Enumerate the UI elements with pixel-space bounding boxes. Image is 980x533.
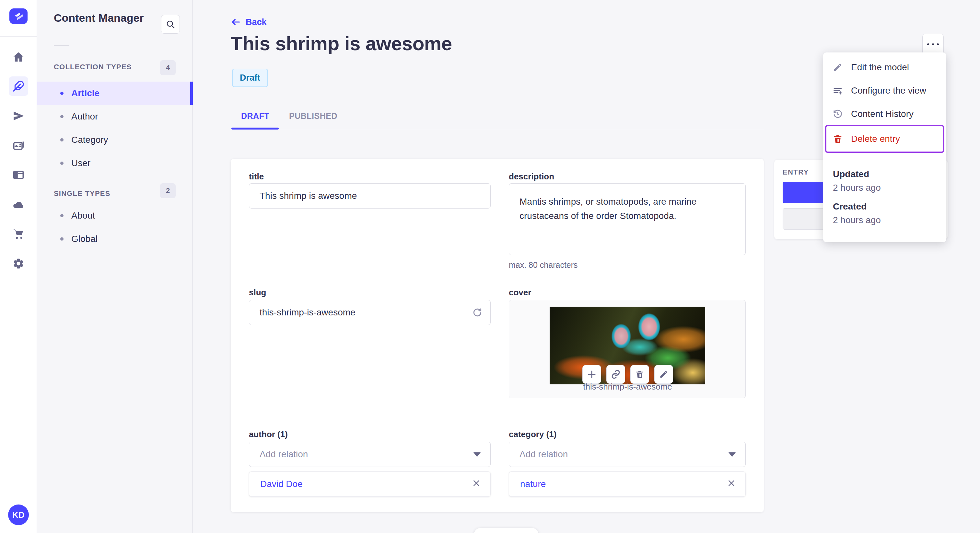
rail-divider bbox=[0, 36, 37, 36]
tab-published[interactable]: PUBLISHED bbox=[289, 111, 337, 121]
section-collection-types: COLLECTION TYPES bbox=[54, 63, 132, 71]
copy-link-button[interactable] bbox=[606, 365, 625, 384]
home-icon bbox=[13, 51, 24, 63]
collection-types-count-badge: 4 bbox=[160, 60, 176, 75]
more-actions-menu: Edit the model Configure the view Conten… bbox=[823, 52, 946, 242]
chevron-down-icon bbox=[729, 452, 736, 457]
title-input[interactable]: This shrimp is awesome bbox=[249, 183, 491, 209]
sidebar-title: Content Manager bbox=[54, 12, 144, 24]
sidebar-item-global[interactable]: Global bbox=[37, 227, 193, 251]
sidebar-item-marketplace[interactable] bbox=[9, 224, 28, 244]
entry-panel-title: ENTRY bbox=[783, 168, 809, 176]
active-tab-indicator bbox=[231, 128, 279, 130]
regenerate-slug-button[interactable] bbox=[472, 307, 482, 320]
gear-icon bbox=[12, 257, 25, 270]
refresh-icon bbox=[472, 307, 482, 318]
sidebar-item-label: User bbox=[71, 158, 91, 168]
sidebar-item-user[interactable]: User bbox=[37, 152, 193, 175]
add-asset-button[interactable] bbox=[582, 365, 601, 384]
sidebar-item-settings[interactable] bbox=[9, 254, 28, 273]
sidebar-item-content-type-builder[interactable] bbox=[9, 165, 28, 185]
sidebar-item-category[interactable]: Category bbox=[37, 128, 193, 152]
category-relation-placeholder: Add relation bbox=[520, 449, 568, 460]
status-badge: Draft bbox=[232, 69, 268, 87]
ellipsis-icon bbox=[927, 43, 939, 45]
description-textarea[interactable]: Mantis shrimps, or stomatopods, are mari… bbox=[509, 183, 746, 255]
category-relation-link[interactable]: nature bbox=[520, 479, 546, 489]
author-relation-placeholder: Add relation bbox=[259, 449, 308, 460]
sidebar-item-content-manager[interactable] bbox=[9, 76, 28, 96]
bullet-icon bbox=[60, 237, 64, 241]
sidebar-item-author[interactable]: Author bbox=[37, 105, 193, 128]
layout-icon bbox=[12, 169, 25, 181]
section-single-types: SINGLE TYPES bbox=[54, 189, 110, 198]
sidebar-item-home[interactable] bbox=[9, 47, 28, 67]
nav-rail: KD bbox=[0, 0, 37, 533]
arrow-left-icon bbox=[231, 17, 241, 27]
slug-field-label: slug bbox=[249, 287, 266, 298]
menu-item-label: Edit the model bbox=[851, 62, 909, 73]
sidebar-item-label: Article bbox=[71, 88, 100, 98]
category-relation-item: nature bbox=[509, 471, 746, 497]
tabs-divider bbox=[231, 129, 764, 129]
strapi-logo[interactable] bbox=[10, 8, 27, 24]
sidebar-item-media-library[interactable] bbox=[9, 136, 28, 155]
author-field-label: author (1) bbox=[249, 429, 288, 439]
sidebar-item-label: Author bbox=[71, 111, 98, 122]
bullet-icon bbox=[60, 115, 64, 118]
search-icon bbox=[165, 19, 175, 29]
menu-item-content-history[interactable]: Content History bbox=[826, 102, 944, 125]
created-label: Created bbox=[833, 201, 867, 212]
category-field-label: category (1) bbox=[509, 429, 557, 439]
description-value: Mantis shrimps, or stomatopods, are mari… bbox=[520, 197, 697, 221]
trash-icon bbox=[833, 134, 843, 144]
edit-asset-button[interactable] bbox=[654, 365, 673, 384]
bottom-floating-bar[interactable] bbox=[474, 528, 539, 533]
sidebar-item-label: About bbox=[71, 211, 95, 221]
entry-form-card: title This shrimp is awesome description… bbox=[231, 159, 764, 512]
sidebar-item-releases[interactable] bbox=[9, 106, 28, 125]
menu-item-delete-entry[interactable]: Delete entry bbox=[826, 125, 944, 152]
author-relation-combobox[interactable]: Add relation bbox=[249, 442, 491, 467]
updated-label: Updated bbox=[833, 169, 869, 179]
configure-view-icon bbox=[833, 86, 843, 95]
menu-divider bbox=[823, 157, 946, 157]
remove-category-button[interactable] bbox=[727, 479, 736, 490]
slug-input-value: this-shrimp-is-awesome bbox=[259, 307, 355, 318]
slug-input[interactable]: this-shrimp-is-awesome bbox=[249, 300, 491, 325]
cover-actions bbox=[582, 365, 673, 384]
pencil-icon bbox=[833, 62, 843, 72]
bullet-icon bbox=[60, 162, 64, 165]
description-hint: max. 80 characters bbox=[509, 260, 578, 270]
cover-field-label: cover bbox=[509, 287, 531, 298]
menu-item-edit-model[interactable]: Edit the model bbox=[826, 56, 944, 79]
category-relation-combobox[interactable]: Add relation bbox=[509, 442, 746, 467]
avatar[interactable]: KD bbox=[8, 504, 29, 525]
menu-item-label: Delete entry bbox=[851, 134, 900, 144]
paper-plane-icon bbox=[13, 110, 24, 122]
author-relation-link[interactable]: David Doe bbox=[260, 479, 303, 489]
menu-item-label: Configure the view bbox=[851, 86, 926, 96]
sidebar-item-about[interactable]: About bbox=[37, 204, 193, 227]
plus-icon bbox=[587, 370, 597, 379]
back-label: Back bbox=[246, 17, 267, 27]
remove-author-button[interactable] bbox=[472, 479, 480, 490]
search-button[interactable] bbox=[161, 15, 180, 34]
page-title: This shrimp is awesome bbox=[231, 32, 452, 55]
feather-icon bbox=[13, 80, 24, 92]
bullet-icon bbox=[60, 92, 64, 95]
trash-icon bbox=[635, 370, 644, 379]
menu-item-configure-view[interactable]: Configure the view bbox=[826, 79, 944, 102]
sidebar-item-cloud[interactable] bbox=[9, 195, 28, 214]
title-field-label: title bbox=[249, 171, 264, 182]
sidebar-item-article[interactable]: Article bbox=[37, 82, 193, 105]
back-link[interactable]: Back bbox=[231, 17, 267, 27]
chevron-down-icon bbox=[474, 452, 480, 457]
tab-draft[interactable]: DRAFT bbox=[241, 111, 269, 121]
close-icon bbox=[727, 479, 736, 487]
delete-asset-button[interactable] bbox=[630, 365, 649, 384]
menu-item-label: Content History bbox=[851, 109, 913, 119]
sidebar-item-label: Global bbox=[71, 234, 97, 244]
content-manager-sidebar: Content Manager COLLECTION TYPES 4 Artic… bbox=[37, 0, 193, 533]
more-actions-button[interactable] bbox=[922, 34, 944, 55]
